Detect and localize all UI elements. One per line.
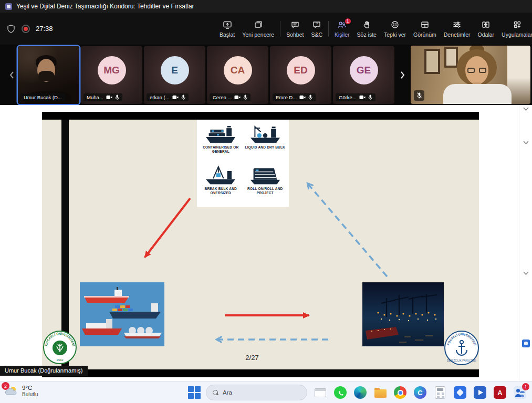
react-button[interactable]: Tepki ver — [380, 17, 410, 41]
raise-hand-button[interactable]: Söz iste — [353, 17, 380, 41]
night-port-photo — [362, 282, 444, 346]
share-screen-icon — [223, 20, 232, 29]
chrome-taskbar-icon[interactable] — [392, 384, 409, 401]
calculator-taskbar-icon[interactable] — [432, 384, 448, 401]
breakout-rooms-icon — [481, 20, 491, 29]
phone-icon — [337, 389, 344, 396]
weather-description: Bulutlu — [22, 391, 38, 398]
windows-logo-icon — [188, 386, 194, 392]
ship-type-item: LIQUID AND DRY BULK — [243, 122, 288, 163]
roro-ship-icon — [249, 164, 281, 186]
toolbar-separator — [280, 21, 280, 37]
ship-type-item: CONTAINERISED OR GENERAL — [199, 122, 243, 163]
file-explorer-taskbar-icon[interactable] — [372, 384, 389, 401]
chevron-down-icon[interactable] — [523, 271, 529, 275]
search-icon — [213, 390, 218, 396]
notification-badge: 1 — [522, 383, 529, 390]
apps-button[interactable]: Uygulamalar — [498, 17, 532, 41]
svg-text:DENİZCİLİK FAKÜLTESİ: DENİZCİLİK FAKÜLTESİ — [447, 359, 476, 362]
chat-icon — [290, 20, 300, 29]
maritime-faculty-logo: KOCAELİ ÜNİVERSİTESİ DENİZCİLİK FAKÜLTES… — [444, 331, 479, 365]
acrobat-taskbar-icon[interactable]: A — [492, 384, 508, 401]
teams-meeting-window: Yeşil ve Dijital Deniz Taşımacılığı Kori… — [0, 0, 532, 403]
movies-taskbar-icon[interactable] — [472, 384, 488, 401]
picture-frame — [424, 49, 440, 74]
teams-app-icon — [5, 3, 12, 10]
mic-off-icon — [308, 94, 312, 100]
view-button[interactable]: Görünüm — [410, 17, 440, 41]
bulk-ship-icon — [249, 122, 281, 144]
participant-tile-emre[interactable]: ED Emre D... — [270, 46, 331, 104]
mic-off-icon — [181, 94, 185, 100]
ship-types-infographic: CONTAINERISED OR GENERAL LIQUID AND DRY … — [197, 120, 289, 207]
share-button[interactable]: Başlat — [216, 17, 238, 41]
picture-frame — [444, 47, 458, 68]
chat-button[interactable]: Sohbet — [283, 17, 307, 41]
break-bulk-ship-icon — [204, 164, 237, 186]
mic-off-icon — [368, 94, 372, 100]
chevron-down-icon[interactable] — [523, 107, 529, 111]
new-window-button[interactable]: Yeni pencere — [238, 17, 278, 41]
edge-taskbar-icon[interactable] — [352, 384, 369, 401]
qa-button[interactable]: ? S&C — [307, 17, 326, 41]
meeting-title: Yeşil ve Dijital Deniz Taşımacılığı Kori… — [16, 3, 194, 10]
participant-name-pill: erkan (... — [147, 93, 189, 101]
presentation-stage: CONTAINERISED OR GENERAL LIQUID AND DRY … — [0, 105, 519, 381]
avatar: MG — [98, 56, 126, 84]
participant-strip: Umur Bucak (D... MG Muha... E erkan (...… — [0, 45, 532, 105]
avatar: CA — [224, 56, 252, 84]
slide-bottom-bar — [42, 369, 479, 377]
weather-widget[interactable]: 2 9°C Bulutlu — [4, 384, 38, 398]
app-window-taskbar-icon[interactable] — [312, 384, 329, 401]
strip-scroll-left-button[interactable] — [5, 71, 18, 79]
apps-icon — [513, 20, 522, 29]
participant-name-pill: Görke... — [336, 93, 375, 101]
whatsapp-taskbar-icon[interactable] — [332, 384, 349, 401]
meeting-toolbar: 27:38 Başlat Yeni pencere Sohbet ? S&C — [0, 13, 532, 45]
notification-badge: 2 — [2, 382, 9, 390]
meeting-timer: 27:38 — [36, 25, 53, 33]
start-button[interactable] — [188, 386, 201, 399]
rooms-button[interactable]: Odalar — [474, 17, 498, 41]
muted-indicator — [414, 90, 424, 101]
camera-off-icon — [172, 95, 179, 100]
strip-scroll-right-button[interactable] — [396, 71, 409, 79]
right-side-rail — [519, 105, 532, 381]
spotlight-video-participant[interactable] — [411, 46, 530, 104]
title-bar: Yeşil ve Dijital Deniz Taşımacılığı Kori… — [0, 0, 532, 13]
photos-taskbar-icon[interactable] — [452, 384, 468, 401]
chevron-down-icon[interactable] — [523, 141, 529, 144]
kocaeli-university-logo: KOCAELİ ÜNİVERSİTESİ 1992 — [43, 331, 77, 364]
participant-name-pill: Umur Bucak (D... — [20, 93, 65, 101]
participant-tile-ceren[interactable]: CA Ceren ... — [207, 46, 268, 104]
shield-icon — [6, 24, 16, 34]
camera-off-icon — [359, 95, 366, 100]
canva-taskbar-icon[interactable]: C — [412, 384, 429, 401]
recording-indicator-icon — [22, 25, 30, 33]
search-input[interactable] — [223, 389, 296, 396]
new-window-icon — [254, 20, 263, 29]
glasses — [467, 68, 486, 73]
participant-tile-umur-bucak[interactable]: Umur Bucak (D... — [18, 46, 79, 104]
taskbar-search[interactable] — [206, 385, 307, 400]
participant-tile-muha[interactable]: MG Muha... — [81, 46, 142, 104]
people-button[interactable]: 1 Kişiler — [331, 17, 353, 41]
rail-app-icon[interactable] — [522, 340, 530, 347]
mic-off-icon — [417, 92, 422, 99]
people-badge: 1 — [344, 17, 352, 25]
participant-name-pill: Ceren ... — [210, 93, 251, 101]
ship-type-item: ROLL ON/ROLL AND PROJECT — [243, 164, 288, 204]
svg-text:1992: 1992 — [56, 358, 64, 362]
ship-type-item: BREAK BULK AND OVERSIZED — [199, 164, 243, 204]
controls-button[interactable]: Denetimler — [440, 17, 474, 41]
svg-text:?: ? — [316, 22, 318, 26]
raise-hand-icon — [362, 20, 371, 29]
folder-icon — [374, 389, 387, 398]
people-taskbar-icon[interactable]: 1 — [512, 384, 528, 401]
avatar: GE — [350, 56, 378, 84]
slide-top-bar — [42, 112, 479, 120]
qa-icon: ? — [312, 20, 321, 29]
participant-tile-gorke[interactable]: GE Görke... — [333, 46, 394, 104]
participant-tile-erkan[interactable]: E erkan (... — [144, 46, 205, 104]
slide-page-number: 2/27 — [210, 354, 294, 362]
